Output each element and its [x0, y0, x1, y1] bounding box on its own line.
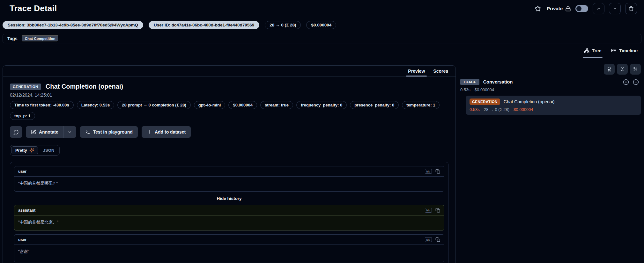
copy-button[interactable]: [435, 169, 440, 174]
tags-label: Tags: [7, 36, 18, 41]
privacy-label: Private: [547, 6, 563, 11]
format-toggle: Pretty JSON: [10, 145, 60, 156]
test-in-playground-button[interactable]: Test in playground: [80, 126, 138, 138]
trace-root-row[interactable]: TRACE Conversation: [460, 79, 641, 85]
pill-latency: Latency: 0.53s: [77, 101, 115, 109]
hide-history-button[interactable]: Hide history: [14, 193, 444, 204]
generation-row-metrics: 0.53s 28 → 0 (Σ 28) $0.000004: [470, 107, 637, 112]
tree-icon: [584, 48, 589, 53]
timeline-icon: [611, 48, 616, 53]
copy-button[interactable]: [435, 208, 440, 213]
plus-icon: [147, 129, 152, 135]
public-toggle[interactable]: [575, 5, 588, 12]
pill-temperature: temperature: 1: [402, 101, 440, 109]
tree-generation-row[interactable]: GENERATION Chat Completion (openai) 0.53…: [466, 96, 641, 115]
sparkles-icon: [29, 148, 34, 153]
collapse-tree-button[interactable]: [633, 79, 639, 85]
message-role: user: [18, 237, 26, 242]
pill-model: gpt-4o-mini: [194, 101, 226, 109]
pill-cost: $0.000004: [228, 101, 257, 109]
tag-chip[interactable]: Chat Competition: [22, 35, 59, 42]
generation-row-header: GENERATION Chat Completion (openai): [470, 99, 637, 105]
pill-time-to-first-token: Time to first token: -430.00s: [10, 101, 74, 109]
generation-latency: 0.53s: [470, 107, 480, 112]
previous-trace-button[interactable]: [593, 3, 604, 14]
message-header: user M↓: [14, 235, 444, 245]
tags-container: Tags Chat Competition: [3, 34, 641, 43]
generation-type-badge: GENERATION: [10, 84, 41, 90]
annotate-label: Annotate: [39, 129, 58, 135]
toggle-knob: [576, 6, 581, 11]
chevron-up-icon: [596, 6, 601, 11]
message-content: "谢谢": [14, 245, 444, 262]
observation-body: GENERATION Chat Completion (openai) 02/1…: [3, 77, 455, 263]
next-trace-button[interactable]: [609, 3, 621, 14]
messages-container: user M↓ "中国的首都是哪里? ": [10, 162, 448, 263]
test-in-playground-label: Test in playground: [93, 129, 133, 135]
award-icon: [607, 67, 612, 72]
pill-token-usage: 28 prompt → 0 completion (Σ 28): [117, 101, 190, 109]
delete-trace-button[interactable]: [625, 3, 637, 14]
content-area: Preview Scores GENERATION Chat Completio…: [0, 58, 644, 263]
tab-tree-label: Tree: [592, 48, 602, 53]
cost-badge: $0.000004: [306, 21, 336, 29]
lock-icon: [565, 6, 571, 11]
format-json-button[interactable]: JSON: [39, 146, 58, 154]
session-badge[interactable]: Session: 3bb00ec7-1b13-4c9b-85ee-3d9d70f…: [3, 21, 143, 29]
tab-preview[interactable]: Preview: [404, 66, 429, 77]
message-header: assistant M↓: [14, 205, 444, 216]
copy-icon: [435, 208, 440, 213]
metrics-toggle-button[interactable]: [630, 64, 641, 75]
markdown-toggle-icon[interactable]: M↓: [425, 237, 432, 242]
generation-row-title: Chat Completion (openai): [504, 99, 555, 104]
annotate-button[interactable]: Annotate: [26, 126, 63, 138]
pill-top-p: top_p: 1: [10, 112, 35, 120]
copy-button[interactable]: [435, 237, 440, 242]
chevron-down-icon: [68, 130, 72, 134]
privacy-control: Private: [547, 6, 571, 11]
add-to-dataset-button[interactable]: Add to dataset: [142, 126, 191, 138]
copy-icon: [435, 169, 440, 174]
star-icon: [535, 5, 541, 12]
chevrons-down-up-icon: [620, 67, 625, 72]
plus-circle-icon: [623, 79, 629, 85]
percent-icon: [633, 67, 638, 72]
token-usage-badge: 28 → 0 (Σ 28): [265, 21, 301, 29]
observation-title: Chat Completion (openai): [46, 83, 123, 90]
tab-timeline-label: Timeline: [619, 48, 638, 53]
annotate-dropdown-button[interactable]: [63, 126, 76, 138]
markdown-toggle-icon[interactable]: M↓: [425, 208, 432, 213]
pill-frequency-penalty: frequency_penalty: 0: [296, 101, 347, 109]
trace-metrics: 0.53s $0.000004: [460, 87, 641, 92]
page-title: Trace Detail: [10, 4, 57, 13]
collapse-all-button[interactable]: [617, 64, 628, 75]
message-content: "中国的首都是哪里? ": [14, 177, 444, 191]
tree-list: GENERATION Chat Completion (openai) 0.53…: [460, 96, 641, 115]
scores-toggle-button[interactable]: [604, 64, 615, 75]
tab-scores[interactable]: Scores: [429, 66, 452, 77]
tab-timeline[interactable]: Timeline: [611, 43, 638, 58]
user-id-badge[interactable]: User ID: dc47a41e-06bc-400d-bde1-f0e440d…: [149, 21, 259, 29]
comments-button[interactable]: [10, 126, 22, 138]
message-user-2: user M↓ "谢谢": [14, 234, 444, 262]
tree-controls: [460, 64, 641, 75]
annotate-split-button: Annotate: [26, 126, 76, 138]
markdown-toggle-icon[interactable]: M↓: [425, 169, 432, 174]
view-tabs: Tree Timeline: [0, 43, 644, 58]
header-controls: Private: [533, 3, 637, 14]
format-pretty-label: Pretty: [15, 148, 27, 153]
comment-bubble-icon: [13, 129, 19, 135]
pill-stream: stream: true: [260, 101, 293, 109]
message-tools: M↓: [425, 169, 440, 174]
bookmark-star-button[interactable]: [533, 4, 542, 13]
tab-tree[interactable]: Tree: [584, 43, 602, 58]
trace-latency: 0.53s: [460, 87, 470, 92]
terminal-icon: [85, 129, 90, 135]
observation-timestamp: 02/12/2024, 14:25:01: [10, 92, 448, 98]
expand-all-button[interactable]: [623, 79, 629, 85]
minus-circle-icon: [633, 79, 639, 85]
format-pretty-button[interactable]: Pretty: [11, 146, 38, 154]
message-role: user: [18, 169, 26, 174]
action-buttons: Annotate Test in playground: [10, 126, 448, 138]
observation-panel: Preview Scores GENERATION Chat Completio…: [3, 65, 456, 263]
